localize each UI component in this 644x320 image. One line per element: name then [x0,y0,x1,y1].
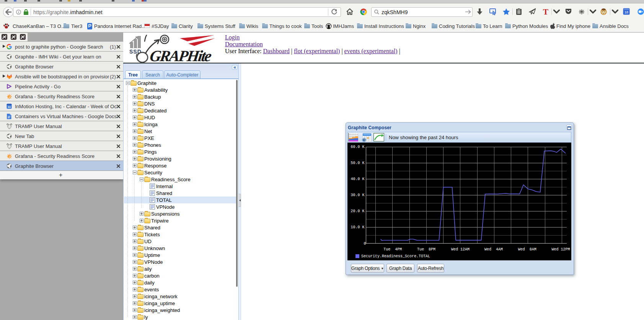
svg-text:18: 18 [624,10,628,14]
svg-text:SSD: SSD [129,49,142,55]
svg-text:11: 11 [8,105,11,109]
svg-text:GRAPHite: GRAPHite [149,47,213,64]
